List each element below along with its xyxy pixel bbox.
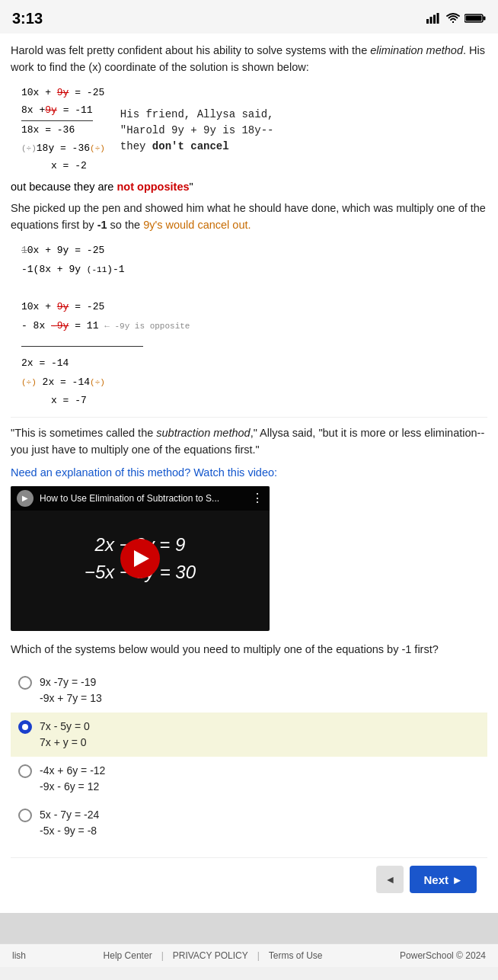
video-avatar: ▶ [17,490,34,507]
option-2-line1: 7x - 5y = 0 [40,720,90,732]
nav-bar: ◄ Next ► [11,857,487,901]
answer-options: 9x -7y = -19 -9x + 7y = 13 7x - 5y = 0 7… [11,668,487,845]
privacy-policy-link[interactable]: PRIVACY POLICY [173,950,248,961]
watch-link-text: Need an explanation of this method? Watc… [11,466,277,479]
answer-option-4[interactable]: 5x - 7y = -24 -5x - 9y = -8 [11,801,487,845]
battery-icon [464,13,486,24]
status-time: 3:13 [12,10,43,27]
video-player[interactable]: ▶ How to Use Elimination of Subtraction … [11,486,270,631]
option-4-line1: 5x - 7y = -24 [40,809,99,821]
option-2-text: 7x - 5y = 0 7x + y = 0 [40,719,90,751]
subtraction-quote: "This is sometimes called the subtractio… [11,425,487,459]
question-text: Which of the systems below would you nee… [11,642,487,658]
footer-bar: lish Help Center | PRIVACY POLICY | Term… [0,943,498,967]
option-3-text: -4x + 6y = -12 -9x - 6y = 12 [40,763,105,795]
intro-paragraph: Harold was felt pretty confident about h… [11,43,487,76]
play-icon [134,550,149,567]
video-menu-icon[interactable]: ⋮ [251,491,263,505]
play-button[interactable] [120,539,160,578]
option-4-text: 5x - 7y = -24 -5x - 9y = -8 [40,807,99,839]
next-button[interactable]: Next ► [410,866,477,893]
option-1-line1: 9x -7y = -19 [40,676,96,688]
signal-icon [426,13,442,24]
answer-option-3[interactable]: -4x + 6y = -12 -9x - 6y = 12 [11,757,487,801]
answer-option-1[interactable]: 9x -7y = -19 -9x + 7y = 13 [11,668,487,713]
option-3-line1: -4x + 6y = -12 [40,764,105,777]
footer-spacer [0,913,498,943]
watch-video-link[interactable]: Need an explanation of this method? Watc… [11,466,487,479]
next-button-label: Next ► [423,873,463,886]
svg-rect-0 [426,19,429,24]
svg-rect-5 [484,17,486,21]
terms-link[interactable]: Terms of Use [269,950,323,961]
svg-rect-2 [433,15,436,24]
svg-rect-1 [430,17,433,24]
answer-option-2[interactable]: 7x - 5y = 0 7x + y = 0 [11,713,487,757]
svg-rect-3 [437,13,439,24]
option-3-line2: -9x - 6y = 12 [40,780,99,793]
handwritten-work-1: 10x + 9y = -25 8x +9y = -11 18x = -36 (÷… [21,84,487,175]
option-1-line2: -9x + 7y = 13 [40,692,102,704]
status-icons [426,13,486,24]
status-bar: 3:13 [0,0,498,34]
prev-button[interactable]: ◄ [376,866,404,893]
radio-2[interactable] [18,720,32,734]
radio-3[interactable] [18,764,32,778]
footer-language: lish [12,950,26,961]
video-title-bar: ▶ How to Use Elimination of Subtraction … [11,486,270,511]
svg-rect-6 [466,16,482,21]
out-paragraph: out because they are not opposites" [11,181,487,193]
footer-divider-2: | [257,950,260,961]
radio-2-inner [22,724,28,730]
radio-1[interactable] [18,676,32,690]
divider [11,417,487,418]
hw-line-1: 10x + 9y = -25 8x +9y = -11 18x = -36 (÷… [21,84,105,175]
footer-links: Help Center | PRIVACY POLICY | Terms of … [104,950,323,961]
footer-divider-1: | [161,950,164,961]
video-title: How to Use Elimination of Subtraction to… [40,493,245,504]
not-opposites-text: not opposites [117,181,189,193]
pickup-paragraph: She picked up the pen and showed him wha… [11,200,487,234]
option-1-text: 9x -7y = -19 -9x + 7y = 13 [40,674,102,706]
footer-copyright: PowerSchool © 2024 [400,950,486,961]
option-2-line2: 7x + y = 0 [40,736,86,748]
handwritten-work-2: 10x + 9y = -25 -1(8x + 9y (-11)-1 10x + … [21,242,487,411]
option-4-line2: -5x - 9y = -8 [40,825,97,837]
help-center-link[interactable]: Help Center [104,950,152,961]
main-content: Harold was felt pretty confident about h… [0,34,498,913]
wifi-icon [446,13,460,24]
radio-4[interactable] [18,809,32,822]
